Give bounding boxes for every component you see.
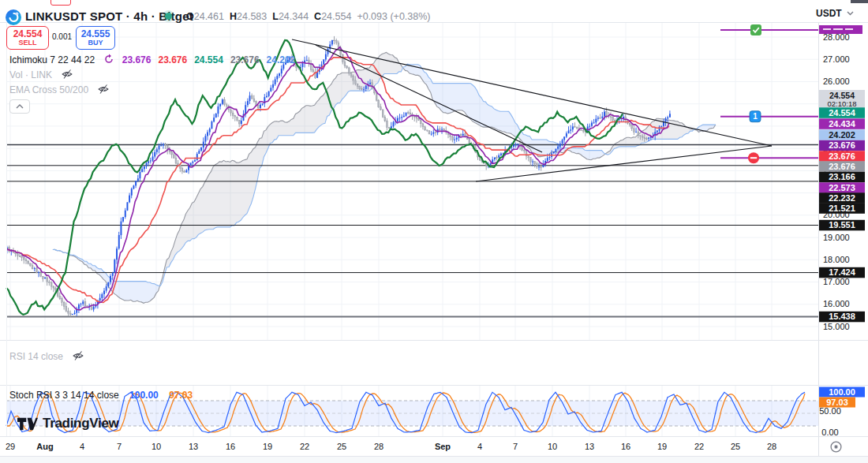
svg-text:19: 19 bbox=[263, 442, 272, 451]
svg-text:22: 22 bbox=[694, 442, 704, 451]
svg-text:4: 4 bbox=[80, 442, 84, 451]
svg-text:19.551: 19.551 bbox=[829, 220, 855, 230]
svg-text:97.03: 97.03 bbox=[826, 398, 848, 407]
svg-text:4: 4 bbox=[477, 442, 482, 451]
volume-legend[interactable]: Vol · LINK bbox=[9, 69, 73, 82]
close-value: 24.554 bbox=[321, 11, 351, 22]
svg-text:1: 1 bbox=[753, 112, 758, 121]
open-label: O bbox=[186, 11, 194, 22]
ichimoku-legend[interactable]: Ichimoku 7 22 44 22 23.67623.67624.55423… bbox=[9, 54, 302, 67]
ichimoku-cloud bbox=[53, 52, 716, 303]
ichimoku-value-0: 23.676 bbox=[122, 54, 152, 65]
svg-text:18.000: 18.000 bbox=[823, 255, 850, 264]
tradingview-mark-icon bbox=[17, 416, 38, 431]
svg-text:Aug: Aug bbox=[36, 442, 53, 451]
svg-text:28: 28 bbox=[374, 442, 383, 451]
ema-cross-legend[interactable]: EMA Cross 50/200 bbox=[9, 84, 109, 97]
stoch-legend-title: Stoch RSI 3 3 14 14 close bbox=[9, 390, 119, 401]
rsi-legend[interactable]: RSI 14 close bbox=[9, 350, 84, 364]
chevron-down-icon bbox=[847, 11, 854, 16]
buy-button[interactable]: 24.555 BUY bbox=[76, 26, 115, 50]
sell-price: 24.554 bbox=[7, 28, 48, 39]
buy-price: 24.555 bbox=[77, 28, 114, 39]
buy-label: BUY bbox=[77, 39, 114, 47]
svg-text:15.000: 15.000 bbox=[823, 322, 850, 331]
rsi-legend-title: RSI 14 close bbox=[9, 351, 63, 362]
svg-text:23.166: 23.166 bbox=[829, 172, 855, 181]
currency-selected: USDT bbox=[816, 8, 842, 19]
hidden-eye-icon[interactable] bbox=[98, 84, 109, 97]
stoch-d-value: 97.03 bbox=[169, 390, 193, 401]
svg-text:02:10:18: 02:10:18 bbox=[828, 99, 857, 108]
open-value: 24.461 bbox=[194, 11, 224, 22]
svg-text:25: 25 bbox=[337, 442, 346, 451]
ichimoku-sync-icon bbox=[103, 54, 114, 67]
symbol-logo bbox=[5, 9, 22, 26]
svg-text:10: 10 bbox=[548, 442, 557, 451]
svg-text:19: 19 bbox=[657, 442, 667, 451]
svg-text:15.438: 15.438 bbox=[829, 312, 855, 321]
svg-text:22: 22 bbox=[300, 442, 309, 451]
svg-text:10: 10 bbox=[152, 442, 161, 451]
svg-text:29: 29 bbox=[6, 442, 15, 451]
ichimoku-values: 23.67623.67624.55423.67624.202 bbox=[122, 54, 303, 65]
svg-text:16: 16 bbox=[226, 442, 235, 451]
currency-selector[interactable]: USDT bbox=[816, 8, 854, 19]
ichimoku-legend-title: Ichimoku 7 22 44 22 bbox=[9, 54, 95, 65]
ema-legend-title: EMA Cross 50/200 bbox=[9, 84, 88, 95]
tradingview-logo[interactable]: TradingView bbox=[17, 416, 119, 431]
svg-text:22.573: 22.573 bbox=[829, 183, 855, 192]
change-value: +0.093 (+0.38%) bbox=[357, 11, 430, 22]
price-axis: 28.00027.00026.00025.00024.00023.00022.0… bbox=[818, 0, 868, 463]
ohlc-readout: O24.461H24.583L24.344C24.554+0.093 (+0.3… bbox=[186, 11, 436, 22]
svg-text:23.676: 23.676 bbox=[829, 140, 855, 150]
ichimoku-value-2: 24.554 bbox=[194, 54, 223, 65]
svg-text:13: 13 bbox=[585, 442, 594, 451]
hidden-eye-icon[interactable] bbox=[73, 350, 84, 364]
trendline-drawings bbox=[292, 39, 772, 181]
sell-button[interactable]: 24.554 SELL bbox=[6, 26, 49, 50]
ichimoku-value-4: 24.202 bbox=[267, 54, 296, 65]
svg-text:16.000: 16.000 bbox=[823, 299, 850, 308]
scale-settings-icon[interactable] bbox=[829, 440, 843, 457]
high-value: 24.583 bbox=[237, 11, 267, 22]
tradingview-logo-text: TradingView bbox=[43, 416, 119, 431]
sell-label: SELL bbox=[7, 39, 48, 47]
ichimoku-value-3: 23.676 bbox=[230, 54, 260, 65]
svg-text:50.00: 50.00 bbox=[819, 406, 841, 416]
low-value: 24.344 bbox=[279, 11, 309, 22]
svg-text:100.00: 100.00 bbox=[829, 387, 855, 397]
svg-text:16: 16 bbox=[621, 442, 630, 451]
svg-text:17.000: 17.000 bbox=[823, 277, 850, 286]
svg-text:7: 7 bbox=[117, 442, 122, 451]
low-label: L bbox=[272, 11, 279, 22]
collapse-legend-button[interactable] bbox=[9, 99, 30, 114]
svg-text:Sep: Sep bbox=[435, 442, 451, 451]
spread-value: 0.001 bbox=[49, 32, 75, 41]
high-label: H bbox=[230, 11, 237, 22]
svg-text:25: 25 bbox=[731, 442, 740, 451]
market-status-dot bbox=[165, 13, 172, 20]
close-label: C bbox=[314, 11, 321, 22]
svg-text:27.000: 27.000 bbox=[823, 54, 850, 64]
ichimoku-value-1: 23.676 bbox=[158, 54, 187, 65]
stoch-rsi-legend[interactable]: Stoch RSI 3 3 14 14 close 100.00 97.03 bbox=[9, 390, 193, 401]
svg-text:22.232: 22.232 bbox=[829, 193, 855, 203]
svg-text:23.676: 23.676 bbox=[829, 162, 855, 171]
trading-chart-app: 128.00027.00026.00025.00024.00023.00022.… bbox=[0, 0, 868, 463]
chevron-up-icon bbox=[16, 104, 24, 109]
svg-text:24.202: 24.202 bbox=[829, 130, 855, 140]
svg-text:26.000: 26.000 bbox=[823, 77, 850, 86]
svg-text:23.676: 23.676 bbox=[829, 151, 855, 161]
svg-text:13: 13 bbox=[189, 442, 198, 451]
svg-text:17.424: 17.424 bbox=[829, 267, 856, 277]
time-axis: 29Aug4710131619222528Sep4710131619222528 bbox=[6, 442, 776, 451]
checkmark-badge-icon bbox=[750, 24, 761, 35]
svg-text:19.000: 19.000 bbox=[823, 233, 850, 242]
svg-text:28: 28 bbox=[767, 442, 776, 451]
svg-text:0.00: 0.00 bbox=[821, 428, 838, 437]
clipped-top-right-element bbox=[851, 0, 868, 3]
svg-text:21.521: 21.521 bbox=[829, 203, 855, 213]
hidden-eye-icon[interactable] bbox=[62, 69, 73, 82]
svg-text:7: 7 bbox=[513, 442, 518, 451]
